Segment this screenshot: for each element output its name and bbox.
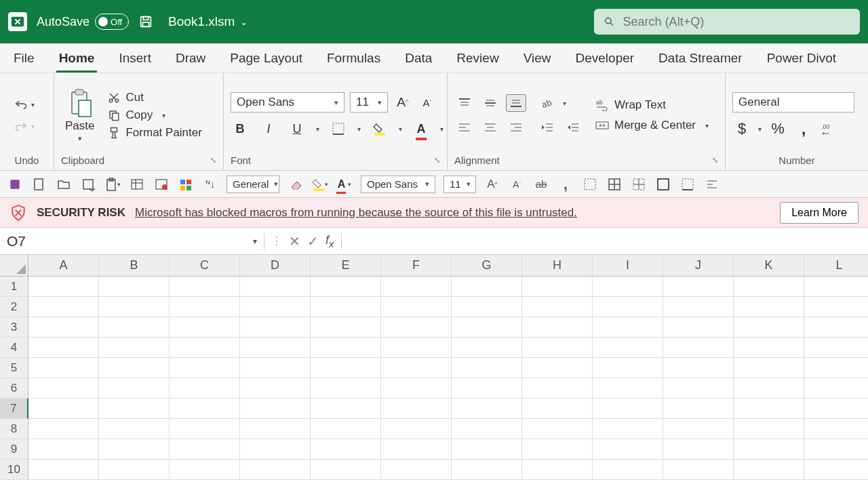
column-header-L[interactable]: L bbox=[804, 255, 868, 277]
row-header-7[interactable]: 7 bbox=[0, 399, 28, 419]
row-header-10[interactable]: 10 bbox=[0, 460, 28, 480]
cell-A8[interactable] bbox=[28, 419, 99, 439]
tab-power-pivot[interactable]: Power Divot bbox=[764, 45, 839, 73]
cell-C7[interactable] bbox=[170, 399, 240, 419]
cell-D5[interactable] bbox=[240, 358, 311, 378]
cell-E1[interactable] bbox=[311, 277, 381, 297]
cell-K6[interactable] bbox=[734, 378, 804, 399]
currency-button[interactable]: $ bbox=[732, 119, 751, 138]
cell-L2[interactable] bbox=[804, 297, 868, 317]
row-header-4[interactable]: 4 bbox=[0, 338, 28, 358]
cell-H6[interactable] bbox=[522, 378, 593, 399]
cell-D8[interactable] bbox=[240, 419, 311, 439]
align-top-button[interactable] bbox=[454, 94, 475, 112]
qat-save-icon[interactable] bbox=[7, 176, 23, 192]
row-header-2[interactable]: 2 bbox=[0, 297, 28, 317]
cell-J9[interactable] bbox=[663, 439, 734, 460]
cell-I6[interactable] bbox=[593, 378, 663, 399]
cell-G2[interactable] bbox=[452, 297, 522, 317]
cell-A9[interactable] bbox=[28, 439, 99, 460]
cell-G7[interactable] bbox=[452, 399, 522, 419]
bold-button[interactable]: B bbox=[231, 119, 250, 138]
cell-C4[interactable] bbox=[170, 338, 240, 358]
cell-A7[interactable] bbox=[28, 399, 99, 419]
paste-dropdown[interactable]: ▾ bbox=[78, 134, 82, 143]
cell-C1[interactable] bbox=[170, 277, 240, 297]
qat-comma-icon[interactable]: , bbox=[557, 176, 574, 192]
cell-B8[interactable] bbox=[99, 419, 170, 439]
qat-new-icon[interactable] bbox=[31, 176, 47, 192]
row-header-3[interactable]: 3 bbox=[0, 317, 28, 338]
cell-C10[interactable] bbox=[170, 460, 240, 480]
cell-D9[interactable] bbox=[240, 439, 311, 460]
cell-G8[interactable] bbox=[452, 419, 522, 439]
align-bottom-button[interactable] bbox=[506, 94, 526, 112]
column-header-B[interactable]: B bbox=[99, 255, 170, 277]
cell-K1[interactable] bbox=[734, 277, 804, 297]
cell-I5[interactable] bbox=[593, 358, 663, 378]
cell-J2[interactable] bbox=[663, 297, 734, 317]
clipboard-launcher-icon[interactable]: ⤡ bbox=[210, 156, 216, 165]
cell-B1[interactable] bbox=[99, 277, 170, 297]
cell-K3[interactable] bbox=[734, 317, 804, 338]
decrease-indent-button[interactable] bbox=[537, 119, 557, 136]
cell-E8[interactable] bbox=[311, 419, 381, 439]
qat-saveas-icon[interactable] bbox=[80, 176, 96, 192]
cell-H7[interactable] bbox=[522, 399, 593, 419]
cell-F5[interactable] bbox=[381, 358, 452, 378]
tab-view[interactable]: View bbox=[521, 45, 554, 73]
tab-developer[interactable]: Developer bbox=[572, 45, 637, 73]
qat-strike-icon[interactable]: ab bbox=[533, 176, 549, 192]
cell-J5[interactable] bbox=[663, 358, 734, 378]
cell-A6[interactable] bbox=[28, 378, 99, 399]
qat-fill-icon[interactable]: ▾ bbox=[312, 176, 328, 192]
cell-D10[interactable] bbox=[240, 460, 311, 480]
column-header-G[interactable]: G bbox=[452, 255, 522, 277]
qat-eraser-icon[interactable] bbox=[288, 176, 304, 192]
orientation-button[interactable]: ab bbox=[537, 94, 557, 112]
name-box[interactable]: O7▾ bbox=[0, 233, 264, 249]
comma-button[interactable]: , bbox=[794, 119, 813, 138]
font-size-combo[interactable]: 11▾ bbox=[350, 92, 388, 113]
redo-button[interactable]: ▾ bbox=[9, 117, 39, 135]
cell-I2[interactable] bbox=[593, 297, 663, 317]
cell-L4[interactable] bbox=[804, 338, 868, 358]
cell-J8[interactable] bbox=[663, 419, 734, 439]
cell-G5[interactable] bbox=[452, 358, 522, 378]
cell-L1[interactable] bbox=[804, 277, 868, 297]
cell-L8[interactable] bbox=[804, 419, 868, 439]
cell-B2[interactable] bbox=[99, 297, 170, 317]
save-icon[interactable] bbox=[138, 14, 153, 29]
format-painter-button[interactable]: Format Painter bbox=[108, 126, 201, 140]
cell-A2[interactable] bbox=[28, 297, 99, 317]
cell-G10[interactable] bbox=[452, 460, 522, 480]
qat-border5-icon[interactable] bbox=[679, 176, 696, 192]
align-left-button[interactable] bbox=[454, 119, 475, 136]
cell-D6[interactable] bbox=[240, 378, 311, 399]
number-format-combo[interactable]: General bbox=[732, 92, 854, 113]
column-header-A[interactable]: A bbox=[28, 255, 99, 277]
row-header-5[interactable]: 5 bbox=[0, 358, 28, 378]
column-header-I[interactable]: I bbox=[593, 255, 663, 277]
qat-border4-icon[interactable] bbox=[655, 176, 671, 192]
cell-E2[interactable] bbox=[311, 297, 381, 317]
cell-D4[interactable] bbox=[240, 338, 311, 358]
cell-H4[interactable] bbox=[522, 338, 593, 358]
font-launcher-icon[interactable]: ⤡ bbox=[434, 156, 440, 165]
cell-F9[interactable] bbox=[381, 439, 452, 460]
filename[interactable]: Book1.xlsm ⌄ bbox=[168, 14, 248, 29]
qat-border1-icon[interactable] bbox=[582, 176, 598, 192]
cell-L10[interactable] bbox=[804, 460, 868, 480]
increase-indent-button[interactable] bbox=[563, 119, 583, 136]
cell-K9[interactable] bbox=[734, 439, 804, 460]
cell-G6[interactable] bbox=[452, 378, 522, 399]
qat-format-combo[interactable]: General▾ bbox=[226, 176, 279, 193]
cell-J6[interactable] bbox=[663, 378, 734, 399]
borders-button[interactable] bbox=[329, 119, 348, 138]
cell-A3[interactable] bbox=[28, 317, 99, 338]
cell-K4[interactable] bbox=[734, 338, 804, 358]
learn-more-button[interactable]: Learn More bbox=[780, 202, 859, 224]
cell-A4[interactable] bbox=[28, 338, 99, 358]
qat-paste-icon[interactable]: ▾ bbox=[104, 176, 121, 192]
cell-H2[interactable] bbox=[522, 297, 593, 317]
